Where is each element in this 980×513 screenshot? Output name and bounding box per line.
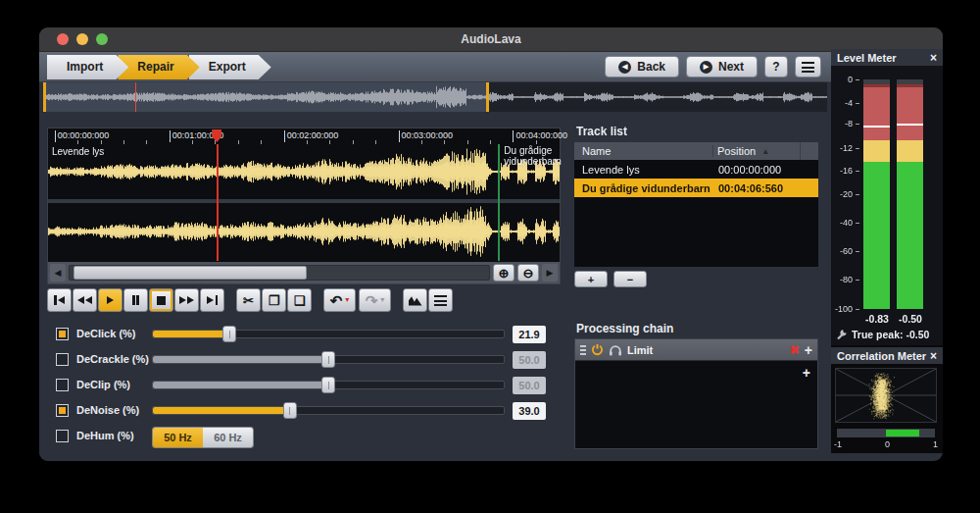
copy-button[interactable]: ❐	[262, 288, 286, 312]
track-list-header[interactable]: Name Position ▲	[574, 142, 818, 160]
power-icon[interactable]	[591, 343, 604, 356]
checkbox-decrackle[interactable]	[56, 353, 69, 366]
slider-fill	[153, 407, 290, 414]
track-row[interactable]: Du grådige vidunderbarn00:04:06:560	[574, 179, 818, 197]
dehum-option-60Hz[interactable]: 60 Hz	[203, 428, 253, 447]
correlation-meter-close-icon[interactable]: ×	[930, 350, 937, 362]
waveform-channel-left[interactable]	[48, 144, 560, 199]
fast-forward-button[interactable]	[174, 288, 199, 312]
cut-button[interactable]: ✂	[236, 288, 261, 312]
playhead-line	[217, 144, 219, 261]
slider-track[interactable]	[152, 381, 505, 389]
scrollbar-track[interactable]	[69, 265, 490, 281]
remove-track-button[interactable]: −	[613, 271, 647, 287]
meter-tick-label: -20	[840, 189, 853, 199]
tab-import[interactable]: Import	[47, 55, 128, 79]
ruler-major-tick	[513, 130, 514, 142]
tab-export[interactable]: Export	[189, 55, 271, 79]
meter-tick-label: -16	[840, 166, 853, 176]
ruler-timestamp: 00:04:00:000	[515, 130, 567, 140]
level-meter-close-icon[interactable]: ×	[930, 52, 937, 64]
level-meter-bar-left	[863, 79, 890, 309]
chain-add-button[interactable]: +	[803, 366, 810, 380]
slider-label: DeClip (%)	[76, 379, 130, 390]
track-row[interactable]: Levende lys00:00:00:000	[574, 160, 818, 179]
dehum-option-50Hz[interactable]: 50 Hz	[153, 428, 203, 447]
play-icon	[107, 296, 114, 304]
redo-button[interactable]: ↷ ▾	[359, 288, 391, 312]
redo-dropdown-icon[interactable]: ▾	[380, 296, 384, 304]
scroll-right-button[interactable]: ▶	[542, 264, 558, 282]
pause-button[interactable]	[123, 288, 148, 312]
timeline-ruler[interactable]: 00:00:00:00000:01:00:00000:02:00:00000:0…	[48, 128, 560, 145]
checkbox-denoise[interactable]	[56, 404, 69, 417]
help-icon: ?	[772, 60, 779, 74]
track-position-cell: 00:04:06:560	[718, 182, 818, 194]
rewind-button[interactable]	[73, 288, 97, 312]
back-button[interactable]: ◀ Back	[605, 56, 679, 77]
meter-tick-mark	[856, 251, 859, 252]
corr-scale-pos1: 1	[933, 439, 938, 449]
ruler-major-tick	[55, 130, 56, 142]
zoom-in-button[interactable]: ⊕	[493, 264, 514, 282]
paste-button[interactable]: ❏	[287, 288, 312, 312]
slider-handle[interactable]	[321, 377, 335, 393]
waveform-canvas-left[interactable]	[48, 144, 560, 199]
chain-item-limit[interactable]: Limit✖+	[575, 339, 817, 361]
tab-repair[interactable]: Repair	[118, 55, 199, 79]
chain-delete-button[interactable]: ✖	[790, 343, 800, 357]
headphones-icon[interactable]	[609, 344, 622, 356]
scrollbar-thumb[interactable]	[74, 266, 306, 280]
undo-button[interactable]: ↶ ▾	[323, 288, 356, 312]
meter-tick-label: -40	[840, 218, 853, 228]
checkbox-declip[interactable]	[56, 379, 69, 391]
slider-handle[interactable]	[283, 402, 297, 419]
correlation-meter-title: Correlation Meter	[837, 350, 926, 362]
waveform-channel-right[interactable]	[48, 203, 560, 260]
transport-bar: ✂ ❐ ❏ ↶ ▾ ↷ ▾	[47, 288, 453, 312]
wrench-icon[interactable]	[836, 329, 848, 340]
slider-track[interactable]	[152, 355, 505, 364]
level-meter-title: Level Meter	[837, 52, 897, 64]
skip-end-button[interactable]	[200, 288, 224, 312]
title-bar[interactable]: AudioLava	[39, 27, 943, 52]
chain-insert-button[interactable]: +	[805, 343, 812, 357]
copy-icon: ❐	[269, 294, 280, 307]
slider-handle[interactable]	[321, 351, 335, 368]
undo-dropdown-icon[interactable]: ▾	[345, 296, 349, 304]
waveform-canvas-right[interactable]	[48, 203, 560, 260]
level-meter-body: 0-4-8-12-16-20-40-60-80-100 -0.83 -0.50 …	[831, 66, 943, 345]
help-button[interactable]: ?	[764, 56, 788, 77]
correlation-meter-panel: Correlation Meter × -1 0 1	[831, 347, 943, 453]
zoom-out-button[interactable]: ⊖	[517, 264, 539, 282]
cut-icon: ✂	[243, 294, 254, 307]
play-button[interactable]	[98, 288, 122, 312]
overview-waveform-canvas[interactable]	[43, 82, 827, 112]
corr-scale-neg1: -1	[834, 439, 842, 449]
slider-handle[interactable]	[222, 326, 236, 342]
list-view-button[interactable]	[428, 288, 453, 312]
slider-track[interactable]	[152, 330, 505, 338]
scroll-left-button[interactable]: ◀	[50, 264, 66, 282]
column-header-position[interactable]: Position ▲	[712, 145, 800, 157]
slider-fill	[153, 331, 229, 337]
meter-tick-label: -4	[845, 98, 853, 108]
menu-button[interactable]	[795, 56, 821, 77]
checkbox-declick[interactable]	[56, 328, 69, 340]
next-button[interactable]: ▶ Next	[686, 56, 758, 77]
waveform-view-button[interactable]	[403, 288, 427, 312]
wizard-tabs: ImportRepairExport	[47, 55, 261, 79]
column-header-name[interactable]: Name	[574, 145, 712, 157]
skip-start-button[interactable]	[47, 288, 72, 312]
corr-scale-zero: 0	[885, 439, 890, 449]
middle-column: Track list Name Position ▲ Levende lys00…	[574, 114, 818, 461]
paste-icon: ❏	[294, 294, 306, 307]
overview-waveform[interactable]	[43, 82, 827, 112]
checkbox-dehum[interactable]	[56, 430, 69, 442]
correlation-meter-titlebar: Correlation Meter ×	[831, 347, 943, 364]
checkbox-checked-mark	[59, 331, 66, 337]
drag-handle-icon[interactable]	[580, 345, 586, 355]
stop-button[interactable]	[149, 288, 173, 312]
slider-track[interactable]	[152, 406, 505, 415]
add-track-button[interactable]: +	[574, 271, 608, 287]
